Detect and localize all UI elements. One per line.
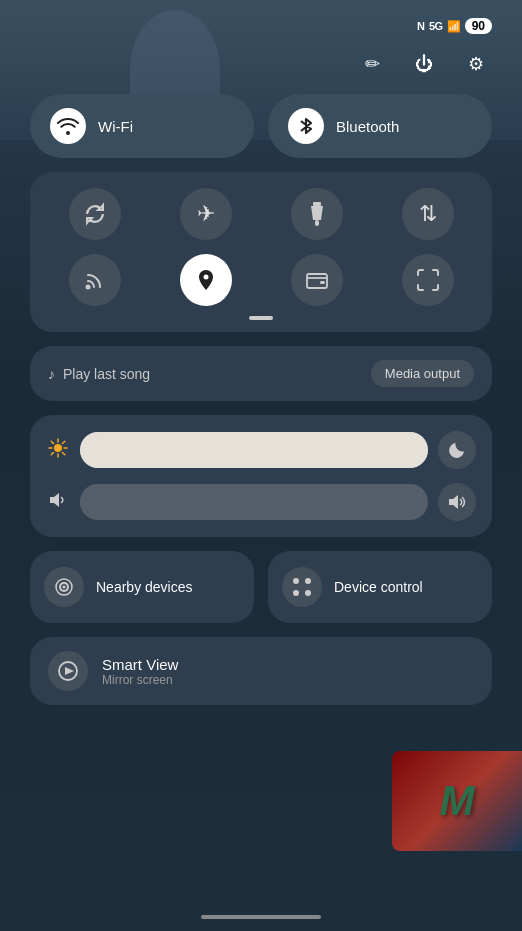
- feature-tiles: Nearby devices Device control: [30, 551, 492, 623]
- airplane-toggle[interactable]: ✈: [155, 188, 256, 240]
- svg-rect-5: [307, 274, 327, 288]
- power-button[interactable]: ⏻: [408, 48, 440, 80]
- brightness-row: [46, 431, 476, 469]
- brightness-slider[interactable]: [80, 432, 428, 468]
- svg-point-21: [293, 578, 299, 584]
- brightness-fill: [80, 432, 428, 468]
- watermark-text: M: [440, 777, 475, 825]
- bluetooth-icon: [288, 108, 324, 144]
- device-control-label: Device control: [334, 579, 423, 595]
- screenshot-icon[interactable]: [402, 254, 454, 306]
- sync-toggle[interactable]: [44, 188, 145, 240]
- music-note-icon: ♪: [48, 366, 55, 382]
- svg-point-22: [305, 578, 311, 584]
- home-indicator[interactable]: [201, 915, 321, 919]
- svg-point-20: [63, 586, 66, 589]
- nearby-devices-icon: [44, 567, 84, 607]
- smart-view-sublabel: Mirror screen: [102, 673, 178, 687]
- svg-line-12: [51, 441, 53, 443]
- flashlight-icon[interactable]: [291, 188, 343, 240]
- screenshot-toggle[interactable]: [377, 254, 478, 306]
- signal-bars: 📶: [447, 20, 461, 33]
- wifi-label: Wi-Fi: [98, 118, 133, 135]
- svg-point-23: [293, 590, 299, 596]
- svg-point-3: [85, 285, 90, 290]
- volume-row: [46, 483, 476, 521]
- svg-marker-17: [449, 495, 458, 509]
- page-indicator: [44, 316, 478, 320]
- rss-toggle[interactable]: [44, 254, 145, 306]
- settings-button[interactable]: ⚙: [460, 48, 492, 80]
- flashlight-toggle[interactable]: [266, 188, 367, 240]
- svg-point-24: [305, 590, 311, 596]
- bluetooth-label: Bluetooth: [336, 118, 399, 135]
- location-toggle[interactable]: [155, 254, 256, 306]
- wifi-tile[interactable]: Wi-Fi: [30, 94, 254, 158]
- svg-marker-1: [311, 206, 323, 220]
- device-control-icon: [282, 567, 322, 607]
- smart-view-text: Smart View Mirror screen: [102, 656, 178, 687]
- rss-icon[interactable]: [69, 254, 121, 306]
- media-output-button[interactable]: Media output: [371, 360, 474, 387]
- svg-rect-2: [315, 220, 319, 226]
- data-transfer-toggle[interactable]: ⇅: [377, 188, 478, 240]
- smart-view-tile[interactable]: Smart View Mirror screen: [30, 637, 492, 705]
- wallet-icon[interactable]: [291, 254, 343, 306]
- volume-fill: [80, 484, 219, 520]
- device-control-tile[interactable]: Device control: [268, 551, 492, 623]
- svg-line-14: [63, 441, 65, 443]
- svg-point-4: [203, 275, 208, 280]
- svg-marker-16: [50, 493, 59, 507]
- volume-slider[interactable]: [80, 484, 428, 520]
- 5g-icon: 5G: [429, 20, 443, 32]
- brightness-icon: [46, 438, 70, 463]
- quick-toggle-grid: ✈ ⇅: [30, 172, 492, 332]
- svg-line-13: [63, 452, 65, 454]
- smart-view-label: Smart View: [102, 656, 178, 673]
- battery-indicator: 90: [465, 18, 492, 34]
- nearby-devices-tile[interactable]: Nearby devices: [30, 551, 254, 623]
- svg-rect-6: [320, 281, 325, 284]
- svg-point-7: [54, 444, 62, 452]
- sliders-panel: [30, 415, 492, 537]
- connectivity-tiles: Wi-Fi Bluetooth: [30, 94, 492, 158]
- location-icon[interactable]: [180, 254, 232, 306]
- wallet-toggle[interactable]: [266, 254, 367, 306]
- quick-settings-toolbar: ✏ ⏻ ⚙: [30, 42, 492, 94]
- sync-icon[interactable]: [69, 188, 121, 240]
- edit-button[interactable]: ✏: [356, 48, 388, 80]
- svg-rect-0: [313, 202, 321, 206]
- volume-icon: [46, 490, 70, 515]
- media-player[interactable]: ♪ Play last song Media output: [30, 346, 492, 401]
- smart-view-icon: [48, 651, 88, 691]
- media-info: ♪ Play last song: [48, 366, 150, 382]
- night-mode-button[interactable]: [438, 431, 476, 469]
- media-label: Play last song: [63, 366, 150, 382]
- nearby-devices-label: Nearby devices: [96, 579, 193, 595]
- mute-button[interactable]: [438, 483, 476, 521]
- svg-marker-26: [65, 667, 74, 675]
- svg-line-15: [51, 452, 53, 454]
- transfer-icon[interactable]: ⇅: [402, 188, 454, 240]
- nfc-icon: N: [417, 20, 425, 32]
- wifi-icon: [50, 108, 86, 144]
- status-bar: N 5G 📶 90: [30, 10, 492, 42]
- bluetooth-tile[interactable]: Bluetooth: [268, 94, 492, 158]
- watermark: M: [392, 751, 522, 851]
- airplane-icon[interactable]: ✈: [180, 188, 232, 240]
- dot-1: [249, 316, 273, 320]
